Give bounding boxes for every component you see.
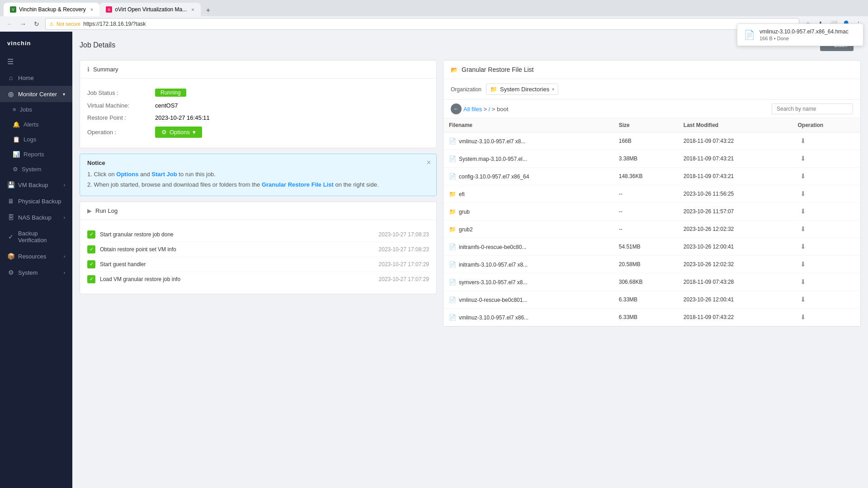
breadcrumb-all-files[interactable]: All files [463, 106, 482, 113]
security-label: Not secure [57, 21, 80, 27]
reload-button[interactable]: ↻ [32, 19, 42, 29]
notice-body: 1. Click on Options and Start Job to run… [87, 169, 429, 190]
table-header-row: Filename Size Last Modified Operation [443, 118, 860, 132]
sidebar-item-jobs[interactable]: ≡ Jobs [0, 102, 72, 117]
breadcrumb-root[interactable]: / [489, 106, 491, 113]
cell-filename-4: 📁grub [443, 203, 613, 221]
download-file-button-8[interactable]: ⬇ [797, 277, 809, 287]
table-row: 📄vmlinuz-3.10.0-957.el7 x86... 6.33MB 20… [443, 309, 860, 326]
sidebar-toggle[interactable]: ☰ [0, 54, 72, 70]
download-file-button-9[interactable]: ⬇ [797, 295, 809, 305]
col-size: Size [613, 118, 678, 132]
download-file-button-3[interactable]: ⬇ [797, 189, 809, 199]
sidebar-item-backup-verification-label: Backup Verification [18, 230, 65, 244]
file-list-toolbar: Organization 📁 System Directories ▾ [443, 79, 860, 100]
run-log-title: Run Log [95, 207, 118, 214]
cell-size-0: 166B [613, 132, 678, 150]
back-nav-button[interactable]: ← [5, 19, 14, 29]
download-file-button-10[interactable]: ⬇ [797, 312, 809, 322]
breadcrumb-sep1: > [484, 106, 489, 113]
download-file-button-0[interactable]: ⬇ [797, 136, 809, 146]
file-icon-0: 📄 [449, 138, 456, 145]
breadcrumb-nav: ← All files > / > boot [443, 100, 860, 118]
notice-close-button[interactable]: × [427, 159, 431, 167]
sidebar-item-vm-backup[interactable]: 💾 VM Backup › [0, 177, 72, 193]
sidebar-item-jobs-label: Jobs [20, 106, 32, 113]
download-status: 166 B • Done [760, 36, 849, 41]
file-list-header: 📂 Granular Restore File List [443, 61, 860, 79]
col-operation: Operation [792, 118, 860, 132]
run-log-body: ✓ Start granular restore job done 2023-1… [80, 220, 436, 294]
table-row: 📄System.map-3.10.0-957.el... 3.38MB 2018… [443, 150, 860, 168]
sidebar-item-home[interactable]: ⌂ Home [0, 70, 72, 86]
table-row: 📄initramfs-3.10.0-957.el7 x8... 20.58MB … [443, 256, 860, 273]
cell-operation-10: ⬇ [792, 309, 860, 326]
sidebar-item-nas-backup[interactable]: 🗄 NAS Backup › [0, 209, 72, 225]
sidebar-item-system[interactable]: ⚙ System › [0, 264, 72, 281]
download-file-button-6[interactable]: ⬇ [797, 242, 809, 252]
monitor-chevron-icon: ▾ [63, 92, 65, 97]
cell-filename-1: 📄System.map-3.10.0-957.el... [443, 150, 613, 168]
browser-tab-2[interactable]: o oVirt Open Virtualization Ma... × [99, 3, 200, 16]
org-select-value: System Directories [500, 86, 549, 93]
options-button[interactable]: ⚙ Options ▾ [155, 127, 202, 138]
url-display: https://172.18.16.19/?task [83, 21, 795, 27]
search-input[interactable] [772, 103, 853, 114]
home-icon: ⌂ [7, 74, 14, 81]
breadcrumb-text: All files > / > boot [463, 106, 508, 113]
sidebar-item-resources[interactable]: 📦 Resources › [0, 248, 72, 264]
resources-chevron-icon: › [64, 254, 65, 259]
tab2-close[interactable]: × [191, 7, 194, 12]
file-icon-9: 📄 [449, 296, 456, 303]
cell-filename-9: 📄vmlinuz-0-rescue-be0c801... [443, 291, 613, 309]
download-file-button-2[interactable]: ⬇ [797, 171, 809, 181]
breadcrumb-back-button[interactable]: ← [451, 103, 462, 114]
cell-size-6: 54.51MB [613, 238, 678, 256]
logo: vinchin [0, 32, 72, 54]
tab2-title: oVirt Open Virtualization Ma... [115, 6, 187, 13]
sidebar-item-reports[interactable]: 📊 Reports [0, 147, 72, 162]
forward-nav-button[interactable]: → [18, 19, 28, 29]
table-row: 📄vmlinuz-3.10.0-957.el7 x8... 166B 2018-… [443, 132, 860, 150]
download-file-button-1[interactable]: ⬇ [797, 154, 809, 164]
address-bar[interactable]: ⚠ Not secure https://172.18.16.19/?task [45, 18, 799, 30]
status-badge: Running [155, 89, 186, 97]
log-time-4: 2023-10-27 17:07:29 [379, 276, 429, 282]
backup-verification-icon: ✓ [7, 233, 14, 240]
cell-operation-0: ⬇ [792, 132, 860, 150]
reports-icon: 📊 [13, 151, 20, 158]
sidebar-item-system-mc[interactable]: ⚙ System [0, 162, 72, 177]
download-file-button-5[interactable]: ⬇ [797, 224, 809, 234]
tab1-close[interactable]: × [90, 7, 93, 12]
summary-title: Summary [93, 66, 118, 73]
org-select[interactable]: 📁 System Directories ▾ [486, 84, 558, 95]
summary-info-icon: ℹ [87, 66, 90, 73]
sidebar-item-resources-label: Resources [18, 253, 60, 260]
sidebar-item-logs[interactable]: 📋 Logs [0, 132, 72, 147]
cell-operation-8: ⬇ [792, 273, 860, 291]
sidebar-item-physical-backup[interactable]: 🖥 Physical Backup [0, 193, 72, 209]
cell-size-2: 148.36KB [613, 168, 678, 185]
sidebar-item-monitor[interactable]: ◎ Monitor Center ▾ [0, 86, 72, 102]
new-tab-button[interactable]: + [203, 5, 214, 16]
col-modified: Last Modified [678, 118, 793, 132]
right-panel: 📂 Granular Restore File List Organizatio… [443, 60, 861, 327]
tab2-favicon: o [106, 6, 112, 13]
two-col-layout: ℹ Summary Job Status : Running Virtual M… [80, 60, 861, 327]
cell-modified-6: 2023-10-26 12:00:41 [678, 238, 793, 256]
sidebar-item-backup-verification[interactable]: ✓ Backup Verification [0, 225, 72, 248]
physical-backup-icon: 🖥 [7, 197, 14, 205]
options-label: Options [170, 129, 190, 136]
log-item-4: ✓ Load VM granular restore job info 2023… [87, 272, 429, 286]
cell-modified-5: 2023-10-26 12:02:32 [678, 221, 793, 238]
vm-value: centOS7 [155, 102, 178, 109]
cell-filename-10: 📄vmlinuz-3.10.0-957.el7 x86... [443, 309, 613, 326]
download-file-button-4[interactable]: ⬇ [797, 206, 809, 216]
log-check-3: ✓ [87, 260, 95, 268]
log-item-3: ✓ Start guest handler 2023-10-27 17:07:2… [87, 257, 429, 272]
cell-modified-9: 2023-10-26 12:00:41 [678, 291, 793, 309]
download-file-button-7[interactable]: ⬇ [797, 259, 809, 269]
sidebar-item-alerts[interactable]: 🔔 Alerts [0, 117, 72, 132]
browser-tab-1[interactable]: V Vinchin Backup & Recovery × [4, 3, 99, 16]
sidebar-item-nas-backup-label: NAS Backup [18, 214, 60, 221]
